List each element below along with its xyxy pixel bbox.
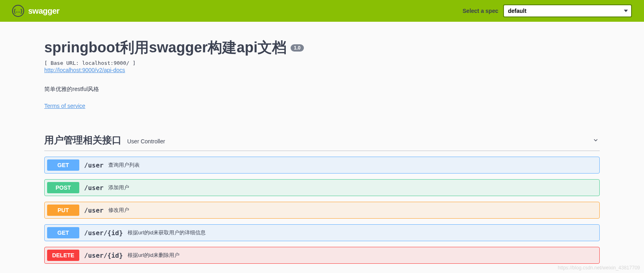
operation-summary: 根据url的id来删除用户 (128, 252, 180, 259)
tag-title-area: 用户管理相关接口 User Controller (44, 134, 165, 147)
spec-label: Select a spec (462, 8, 498, 14)
operation-summary: 查询用户列表 (108, 161, 140, 169)
method-badge-delete: DELETE (47, 250, 79, 261)
api-description: 简单优雅的restful风格 (44, 86, 600, 93)
operation-summary: 添加用户 (108, 184, 129, 191)
operation-put-user[interactable]: PUT /user 修改用户 (44, 202, 600, 219)
api-title-text: springboot利用swagger构建api文档 (44, 38, 287, 58)
operation-path: /user/{id} (84, 229, 123, 237)
tag-description: User Controller (127, 138, 165, 145)
spec-select-wrap: default (503, 4, 632, 17)
operation-summary: 修改用户 (108, 207, 129, 214)
brand-text: swagger (28, 6, 60, 16)
api-title: springboot利用swagger构建api文档 1.0 (44, 38, 304, 58)
operation-summary: 根据url的id来获取用户的详细信息 (128, 229, 206, 236)
tag-name: 用户管理相关接口 (44, 134, 122, 147)
operation-get-user-by-id[interactable]: GET /user/{id} 根据url的id来获取用户的详细信息 (44, 224, 600, 241)
swagger-logo-icon: {…} (12, 5, 24, 17)
base-url: [ Base URL: localhost:9000/ ] (44, 60, 600, 66)
tag-section: 用户管理相关接口 User Controller GET /user 查询用户列… (44, 134, 600, 264)
operation-path: /user (84, 207, 103, 214)
operation-path: /user (84, 184, 103, 192)
topbar-brand-area[interactable]: {…} swagger (12, 5, 60, 17)
operations-list: GET /user 查询用户列表 POST /user 添加用户 PUT /us… (44, 157, 600, 264)
operation-delete-user-by-id[interactable]: DELETE /user/{id} 根据url的id来删除用户 (44, 247, 600, 264)
tag-header[interactable]: 用户管理相关接口 User Controller (44, 134, 600, 151)
method-badge-put: PUT (47, 205, 79, 216)
method-badge-get: GET (47, 227, 79, 238)
operation-post-user[interactable]: POST /user 添加用户 (44, 179, 600, 196)
version-badge: 1.0 (291, 44, 304, 52)
api-docs-link[interactable]: http://localhost:9000/v2/api-docs (44, 67, 125, 73)
method-badge-post: POST (47, 182, 79, 193)
terms-of-service-link[interactable]: Terms of service (44, 103, 85, 109)
method-badge-get: GET (47, 159, 79, 171)
spec-selector-area: Select a spec default (462, 4, 632, 17)
topbar: {…} swagger Select a spec default (0, 0, 644, 22)
operation-path: /user/{id} (84, 252, 123, 259)
operation-get-user[interactable]: GET /user 查询用户列表 (44, 157, 600, 174)
chevron-down-icon (592, 136, 600, 144)
operation-path: /user (84, 161, 103, 169)
spec-select[interactable]: default (503, 4, 632, 17)
main-container: springboot利用swagger构建api文档 1.0 [ Base UR… (36, 22, 608, 272)
